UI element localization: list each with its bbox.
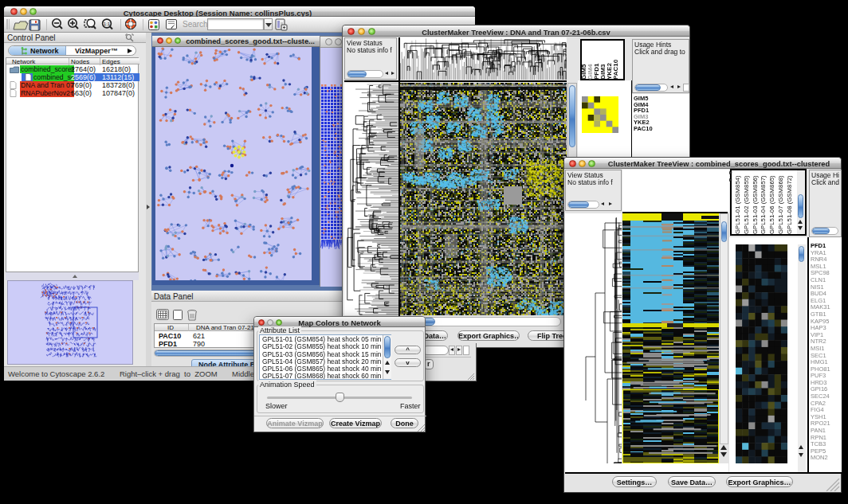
svg-text:1:1: 1:1 bbox=[104, 21, 111, 26]
